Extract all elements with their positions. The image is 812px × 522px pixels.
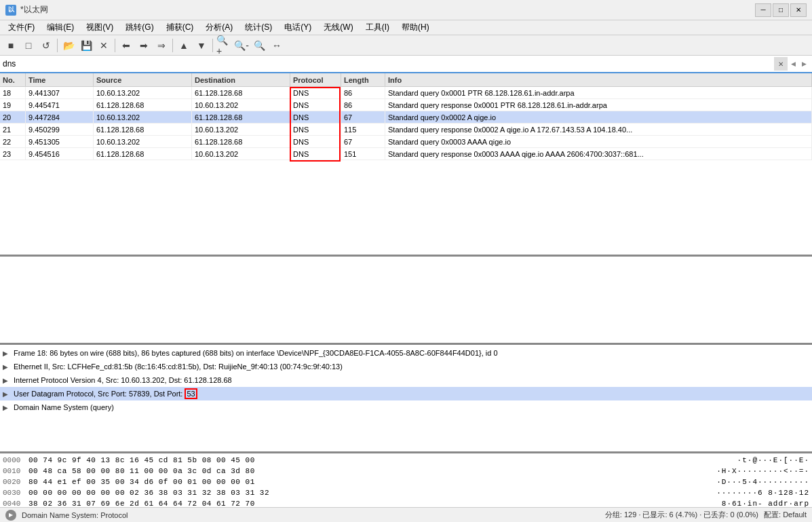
hex-bytes: 00 74 9c 9f 40 13 8c 16 45 cd 81 5b 08 0…	[28, 456, 732, 464]
packet-cell: 9.447284	[26, 111, 94, 123]
packet-cell: 151	[341, 148, 385, 160]
toolbar-sep-1	[57, 39, 58, 52]
status-text: Domain Name System: Protocol	[22, 511, 600, 519]
menu-item-帮助H[interactable]: 帮助(H)	[396, 20, 435, 35]
expand-icon[interactable]: ▶	[3, 390, 14, 398]
minimize-button[interactable]: ─	[755, 3, 771, 17]
filter-clear-button[interactable]: ✕	[774, 57, 788, 71]
packet-cell: DNS	[290, 124, 341, 135]
col-header-length[interactable]: Length	[341, 73, 385, 86]
packet-cell: Standard query 0x0003 AAAA qige.io	[385, 136, 812, 147]
packet-cell: 61.128.128.68	[192, 111, 290, 123]
colorize-button[interactable]: ▲	[176, 37, 192, 54]
window-title: *以太网	[20, 4, 48, 16]
hex-row: 000000 74 9c 9f 40 13 8c 16 45 cd 81 5b …	[3, 455, 809, 466]
menu-item-分析A[interactable]: 分析(A)	[200, 20, 238, 35]
detail-row[interactable]: ▶Domain Name System (query)	[0, 400, 812, 414]
table-row[interactable]: 219.45029961.128.128.6810.60.13.202DNS11…	[0, 124, 812, 136]
table-row[interactable]: 199.44547161.128.128.6810.60.13.202DNS86…	[0, 99, 812, 111]
zoom-fit-button[interactable]: ↔	[269, 37, 285, 54]
packet-cell: 10.60.13.202	[192, 99, 290, 111]
menu-item-视图V[interactable]: 视图(V)	[81, 20, 119, 35]
packet-cell: 115	[341, 124, 385, 135]
hex-ascii: ········6 8·128·12	[716, 489, 809, 497]
packet-cell: 22	[0, 136, 26, 147]
filter-prev-button[interactable]: ◀	[788, 57, 798, 71]
toolbar: ■ □ ↺ 📂 💾 ✕ ⬅ ➡ ⇒ ▲ ▼ 🔍+ 🔍- 🔍 ↔	[0, 35, 812, 56]
menu-item-跳转G[interactable]: 跳转(G)	[120, 20, 159, 35]
packet-cell: 9.441307	[26, 87, 94, 98]
save-button[interactable]: 💾	[78, 37, 94, 54]
hex-ascii: ·H·X·········<··=·	[716, 467, 809, 475]
menu-item-捕获C[interactable]: 捕获(C)	[161, 20, 199, 35]
packet-cell: 61.128.128.68	[94, 148, 192, 160]
menu-item-文件F[interactable]: 文件(F)	[3, 20, 40, 35]
maximize-button[interactable]: □	[773, 3, 789, 17]
packet-cell: 86	[341, 99, 385, 111]
packet-cell: 10.60.13.202	[94, 87, 192, 98]
forward-button[interactable]: ➡	[136, 37, 152, 54]
hex-offset: 0010	[3, 467, 28, 475]
back-button[interactable]: ⬅	[118, 37, 134, 54]
col-header-time[interactable]: Time	[26, 73, 94, 86]
status-bar: ▶ Domain Name System: Protocol 分组: 129 ·…	[0, 507, 812, 522]
empty-area	[0, 257, 812, 345]
autoscroll-button[interactable]: ↺	[38, 37, 54, 54]
expand-icon[interactable]: ▶	[3, 363, 14, 371]
col-header-destination[interactable]: Destination	[192, 73, 290, 86]
goto-button[interactable]: ⇒	[153, 37, 170, 54]
table-row[interactable]: 229.45130510.60.13.20261.128.128.68DNS67…	[0, 136, 812, 148]
detail-row[interactable]: ▶Ethernet II, Src: LCFHeFe_cd:81:5b (8c:…	[0, 360, 812, 373]
detail-row[interactable]: ▶Internet Protocol Version 4, Src: 10.60…	[0, 373, 812, 387]
hex-bytes: 80 44 e1 ef 00 35 00 34 d6 0f 00 01 00 0…	[28, 478, 711, 486]
packet-cell: DNS	[290, 87, 341, 98]
expand-icon[interactable]: ▶	[3, 350, 14, 357]
detail-text: Internet Protocol Version 4, Src: 10.60.…	[14, 376, 232, 384]
zoom-out-button[interactable]: 🔍-	[233, 37, 250, 54]
filter-next-button[interactable]: ▶	[798, 57, 809, 71]
packet-cell: 61.128.128.68	[94, 99, 192, 111]
menu-item-电话Y[interactable]: 电话(Y)	[279, 20, 317, 35]
packet-rows: 189.44130710.60.13.20261.128.128.68DNS86…	[0, 87, 812, 160]
detail-row[interactable]: ▶Frame 18: 86 bytes on wire (688 bits), …	[0, 346, 812, 360]
table-row[interactable]: 189.44130710.60.13.20261.128.128.68DNS86…	[0, 87, 812, 99]
close-button[interactable]: ✕	[790, 3, 807, 17]
packet-cell: Standard query response 0x0002 A qige.io…	[385, 124, 812, 135]
expand-icon[interactable]: ▶	[3, 404, 14, 411]
table-row[interactable]: 239.45451661.128.128.6810.60.13.202DNS15…	[0, 148, 812, 160]
packet-cell: Standard query 0x0001 PTR 68.128.128.61.…	[385, 87, 812, 98]
menu-item-工具I[interactable]: 工具(I)	[360, 20, 395, 35]
col-header-protocol[interactable]: Protocol	[290, 73, 341, 86]
packet-cell: 67	[341, 136, 385, 147]
expand-icon[interactable]: ▶	[3, 377, 14, 384]
close-file-button[interactable]: ✕	[96, 37, 112, 54]
filter-input[interactable]	[3, 57, 773, 71]
packet-cell: Standard query response 0x0001 PTR 68.12…	[385, 99, 812, 111]
col-header-source[interactable]: Source	[94, 73, 192, 86]
packet-cell: 61.128.128.68	[192, 87, 290, 98]
hex-row: 002080 44 e1 ef 00 35 00 34 d6 0f 00 01 …	[3, 477, 809, 487]
zoom-in-button[interactable]: 🔍+	[216, 37, 232, 54]
detail-row[interactable]: ▶User Datagram Protocol, Src Port: 57839…	[0, 387, 812, 400]
hex-bytes: 00 48 ca 58 00 00 80 11 00 00 0a 3c 0d c…	[28, 467, 711, 475]
hex-offset: 0020	[3, 478, 28, 486]
toolbar-sep-3	[172, 39, 173, 52]
packet-cell: 18	[0, 87, 26, 98]
open-button[interactable]: 📂	[60, 37, 77, 54]
packet-cell: 9.451305	[26, 136, 94, 147]
restart-button[interactable]: □	[20, 37, 37, 54]
menu-item-编辑E[interactable]: 编辑(E)	[41, 20, 79, 35]
table-row[interactable]: 209.44728410.60.13.20261.128.128.68DNS67…	[0, 111, 812, 124]
packet-cell: 9.454516	[26, 148, 94, 160]
col-header-info[interactable]: Info	[385, 73, 812, 86]
col-header-no[interactable]: No.	[0, 73, 26, 86]
packet-list-header: No. Time Source Destination Protocol Len…	[0, 73, 812, 87]
menu-item-统计S[interactable]: 统计(S)	[239, 20, 277, 35]
packet-cell: DNS	[290, 148, 341, 160]
zoom-reset-button[interactable]: 🔍	[251, 37, 267, 54]
colorize2-button[interactable]: ▼	[193, 37, 210, 54]
detail-section-wrapper: ▶Frame 18: 86 bytes on wire (688 bits), …	[0, 345, 812, 453]
toolbar-sep-4	[212, 39, 213, 52]
stop-button[interactable]: ■	[3, 37, 19, 54]
menu-item-无线W[interactable]: 无线(W)	[318, 20, 358, 35]
